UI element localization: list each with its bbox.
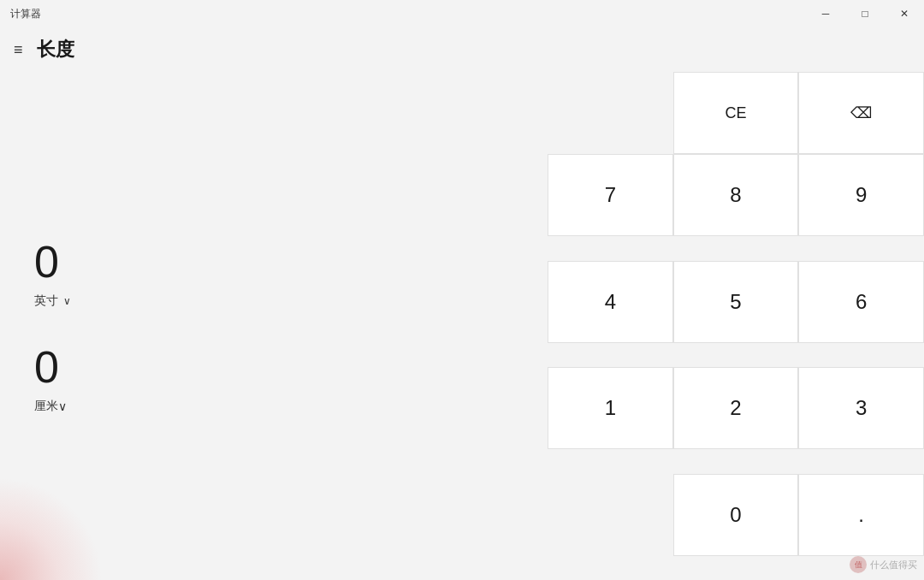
key-7[interactable]: 7 xyxy=(548,154,673,236)
key-8[interactable]: 8 xyxy=(673,154,799,236)
key-2[interactable]: 2 xyxy=(673,367,799,449)
backspace-button[interactable]: ⌫ xyxy=(798,72,924,154)
chevron-down-icon-1: ∨ xyxy=(63,295,71,307)
chevron-down-icon-2: ∨ xyxy=(58,399,67,413)
keypad-panel: CE ⌫ 7 8 9 4 5 6 1 2 3 0 . xyxy=(548,72,924,580)
unit-selector-1[interactable]: 英寸 ∨ xyxy=(34,293,513,309)
app-title: 计算器 xyxy=(10,7,41,21)
empty-cell-bottom xyxy=(548,474,673,581)
unit-selector-2[interactable]: 厘米 ∨ xyxy=(34,399,513,414)
unit-label-2: 厘米 xyxy=(34,399,58,414)
window-controls: ─ □ ✕ xyxy=(806,0,924,27)
empty-cell xyxy=(548,72,673,154)
key-4[interactable]: 4 xyxy=(548,261,673,343)
key-6[interactable]: 6 xyxy=(798,261,924,343)
key-9[interactable]: 9 xyxy=(798,154,924,236)
watermark-text: 什么值得买 xyxy=(870,559,917,571)
title-bar: 计算器 ─ □ ✕ xyxy=(0,0,924,27)
page-title: 长度 xyxy=(37,37,74,62)
close-button[interactable]: ✕ xyxy=(885,0,924,27)
key-5[interactable]: 5 xyxy=(673,261,799,343)
main-content: 0 英寸 ∨ 0 厘米 ∨ CE ⌫ 7 8 9 4 5 6 1 xyxy=(0,72,924,580)
key-3[interactable]: 3 xyxy=(798,367,924,449)
ce-button[interactable]: CE xyxy=(673,72,799,154)
watermark-icon: 值 xyxy=(850,556,867,573)
keypad-top-row: CE ⌫ xyxy=(548,72,924,154)
minimize-button[interactable]: ─ xyxy=(806,0,845,27)
key-0[interactable]: 0 xyxy=(673,474,799,556)
key-dot[interactable]: . xyxy=(798,474,924,556)
left-panel: 0 英寸 ∨ 0 厘米 ∨ xyxy=(0,72,548,580)
app-header: ≡ 长度 xyxy=(0,27,924,72)
keypad-grid: 7 8 9 4 5 6 1 2 3 0 . xyxy=(548,154,924,580)
unit-label-1: 英寸 xyxy=(34,293,58,309)
value-display-2: 0 xyxy=(34,343,513,392)
key-1[interactable]: 1 xyxy=(548,367,673,449)
value-display-1: 0 xyxy=(34,238,513,287)
hamburger-icon[interactable]: ≡ xyxy=(14,41,23,59)
watermark: 值 什么值得买 xyxy=(850,556,917,573)
maximize-button[interactable]: □ xyxy=(845,0,885,27)
